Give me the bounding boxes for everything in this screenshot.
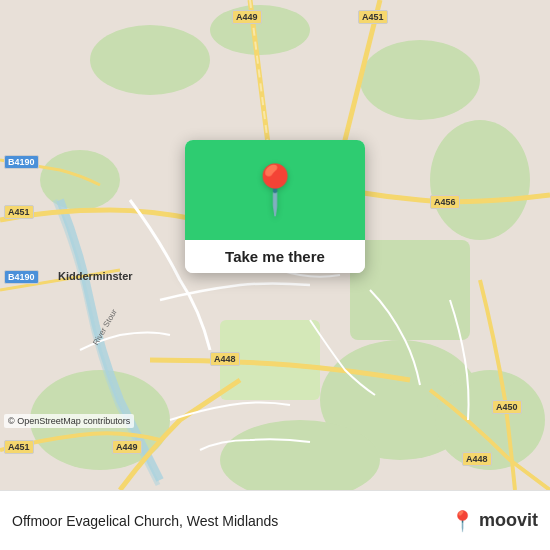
road-label-a450: A450: [492, 400, 522, 414]
popup-green-area: 📍: [185, 140, 365, 240]
road-label-a449-bottom: A449: [112, 440, 142, 454]
location-name: Offmoor Evagelical Church, West Midlands: [12, 513, 450, 529]
moovit-pin-icon: 📍: [450, 509, 475, 533]
map-container: A449 A451 A451 A451 A449 A448 A448 A450 …: [0, 0, 550, 490]
road-label-b4190-top: B4190: [4, 155, 39, 169]
road-label-a451-bottom: A451: [4, 440, 34, 454]
road-label-a448-right: A448: [462, 452, 492, 466]
road-label-a449-top: A449: [232, 10, 262, 24]
bottom-bar: Offmoor Evagelical Church, West Midlands…: [0, 490, 550, 550]
svg-point-1: [360, 40, 480, 120]
road-label-a456: A456: [430, 195, 460, 209]
svg-point-10: [90, 25, 210, 95]
svg-point-9: [40, 150, 120, 210]
road-label-b4190-mid: B4190: [4, 270, 39, 284]
place-label-kidderminster: Kidderminster: [58, 270, 133, 282]
svg-point-2: [430, 120, 530, 240]
svg-rect-3: [350, 240, 470, 340]
road-label-a451-top: A451: [358, 10, 388, 24]
take-me-there-button[interactable]: Take me there: [185, 240, 365, 273]
popup-card: 📍 Take me there: [185, 140, 365, 273]
osm-attribution: © OpenStreetMap contributors: [4, 414, 134, 428]
road-label-a451-left: A451: [4, 205, 34, 219]
moovit-logo: 📍 moovit: [450, 509, 538, 533]
moovit-text: moovit: [479, 510, 538, 531]
location-pin-icon: 📍: [245, 166, 305, 214]
road-label-a448-mid: A448: [210, 352, 240, 366]
